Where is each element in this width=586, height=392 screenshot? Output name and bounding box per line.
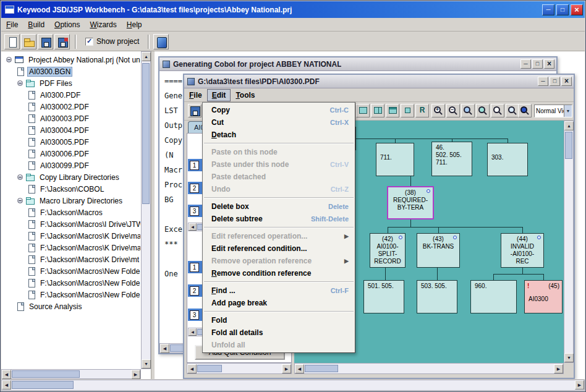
- scroll-left-button[interactable]: [187, 364, 197, 373]
- box-split-icon[interactable]: [371, 104, 384, 117]
- edit-menu-item[interactable]: Delete subtreeShift-Delete: [203, 213, 355, 225]
- scrollbar-thumb[interactable]: [12, 370, 80, 378]
- tree-item[interactable]: Source Analysis: [1, 300, 140, 312]
- diagram-box[interactable]: (43)BK-TRANS: [417, 233, 460, 268]
- scroll-right-button[interactable]: [575, 380, 584, 390]
- scrollbar-thumb[interactable]: [197, 365, 222, 372]
- diagram-box[interactable]: (38)REQUIRED-BY-TERA: [387, 186, 434, 219]
- tree-item[interactable]: F:\Jackson\Macros\K Drive\ma: [1, 242, 140, 254]
- close-button[interactable]: [571, 4, 583, 15]
- box-small-icon[interactable]: [401, 104, 414, 117]
- menubar-item-wizards[interactable]: Wizards: [85, 19, 121, 31]
- tree-horizontal-scrollbar[interactable]: [1, 369, 141, 379]
- maximize-button[interactable]: [550, 77, 560, 86]
- scroll-right-button[interactable]: [554, 364, 563, 373]
- save-icon[interactable]: [38, 34, 53, 49]
- edit-menu-item[interactable]: Find ...Ctrl-F: [203, 284, 355, 297]
- minimize-button[interactable]: [520, 59, 531, 69]
- diagram-box[interactable]: 711.: [376, 143, 414, 176]
- scrollbar-thumb[interactable]: [305, 365, 338, 372]
- zoom-select-icon[interactable]: [518, 104, 532, 117]
- tree-item[interactable]: F:\Jackson\Macros\K Drive\ma: [1, 230, 140, 242]
- tree-expand-handle[interactable]: [6, 57, 12, 62]
- pdf-window-titlebar[interactable]: G:\data3\test files\PDF\AI0300.PDF: [184, 75, 574, 88]
- dropdown-arrow-icon[interactable]: [564, 105, 572, 117]
- edit-menu-item[interactable]: Remove condition reference: [203, 267, 355, 279]
- edit-menu-item[interactable]: CutCtrl-X: [203, 116, 355, 129]
- zoom-in-icon[interactable]: [431, 104, 445, 117]
- tree-item[interactable]: F:\Jackson\COBOL: [1, 183, 140, 195]
- tree-item[interactable]: AI030099.PDF: [1, 160, 140, 171]
- view-mode-select[interactable]: Normal View: [534, 104, 572, 117]
- scroll-up-button[interactable]: [564, 121, 574, 130]
- pdf-menu-file[interactable]: File: [184, 89, 207, 101]
- scroll-right-button[interactable]: [131, 370, 140, 379]
- scroll-left-button[interactable]: [189, 328, 197, 336]
- tree-item[interactable]: AI0300.BGN: [1, 66, 140, 77]
- menubar-item-options[interactable]: Options: [49, 19, 85, 31]
- edit-menu-item[interactable]: Fold all details: [203, 326, 355, 339]
- zoom-100-icon[interactable]: [491, 104, 504, 117]
- scroll-right-button[interactable]: [282, 364, 291, 373]
- scroll-down-button[interactable]: [142, 359, 151, 369]
- tree-item[interactable]: AI030002.PDF: [1, 101, 140, 113]
- canvas-vertical-scrollbar[interactable]: [564, 121, 574, 363]
- tree-item[interactable]: AI030003.PDF: [1, 113, 140, 124]
- scroll-left-button[interactable]: [295, 364, 304, 373]
- maximize-button[interactable]: [556, 4, 569, 15]
- scrollbar-thumb[interactable]: [142, 63, 150, 204]
- pdf-menu-tools[interactable]: Tools: [231, 89, 260, 101]
- edit-menu-item[interactable]: CopyCtrl-C: [203, 104, 355, 116]
- tree-item[interactable]: PDF Files: [1, 77, 140, 89]
- diagram-box[interactable]: 503. 505.: [417, 280, 457, 313]
- diagram-box[interactable]: 303.: [487, 143, 528, 176]
- scroll-left-button[interactable]: [2, 370, 11, 379]
- tree-item[interactable]: F:\Jackson\Macros\New Folde: [1, 265, 140, 277]
- diagram-box[interactable]: 960.: [470, 280, 517, 313]
- maximize-button[interactable]: [532, 59, 543, 69]
- minimize-button[interactable]: [538, 77, 548, 86]
- tree-expand-handle[interactable]: [17, 198, 23, 203]
- zoom-width-icon[interactable]: [506, 104, 519, 117]
- save-as-icon[interactable]: [54, 34, 70, 49]
- tree-item[interactable]: Copy Library Directories: [1, 171, 140, 183]
- scroll-down-button[interactable]: [564, 353, 574, 362]
- tree-item[interactable]: F:\Jackson\Macros\I Drive\JTW: [1, 218, 140, 230]
- menubar-item-build[interactable]: Build: [23, 19, 49, 31]
- new-document-icon[interactable]: [4, 34, 20, 49]
- diagram-box[interactable]: (42)AI0100-SPLIT-RECORD: [370, 233, 406, 268]
- tree-expand-handle[interactable]: [17, 80, 23, 86]
- scroll-left-button[interactable]: [189, 223, 197, 231]
- minimize-button[interactable]: [542, 4, 554, 15]
- r-view-button[interactable]: R: [415, 104, 429, 117]
- diagram-box[interactable]: !(45)AI0300: [524, 280, 563, 313]
- tree-item[interactable]: AI030006.PDF: [1, 148, 140, 160]
- zoom-fit-icon[interactable]: [476, 104, 490, 117]
- tree-item[interactable]: Macro Library Directories: [1, 195, 140, 207]
- scroll-up-button[interactable]: [142, 52, 151, 61]
- app-horizontal-scrollbar[interactable]: [1, 380, 585, 391]
- edit-menu-item[interactable]: Delete boxDelete: [203, 200, 355, 213]
- tree-expand-handle[interactable]: [17, 174, 23, 180]
- diagram-box[interactable]: (44)INVALID-AI0100-REC: [501, 233, 544, 268]
- close-button[interactable]: [544, 59, 554, 69]
- tree-item[interactable]: F:\Jackson\Macros\New Folde: [1, 277, 140, 289]
- book-icon[interactable]: [153, 34, 169, 49]
- zoom-region-icon[interactable]: [461, 104, 475, 117]
- scrollbar-thumb[interactable]: [12, 381, 74, 389]
- box-topbar-icon[interactable]: [386, 104, 399, 117]
- menubar-item-help[interactable]: Help: [122, 19, 147, 31]
- cobol-window-titlebar[interactable]: Generating Cobol for project ABBEY NATIO…: [159, 58, 556, 71]
- scrollbar-thumb[interactable]: [565, 132, 572, 159]
- canvas-horizontal-scrollbar[interactable]: [294, 363, 564, 374]
- menubar-item-file[interactable]: File: [1, 19, 23, 31]
- box-plain-icon[interactable]: [356, 104, 370, 117]
- tree-item[interactable]: AI0300.PDF: [1, 89, 140, 101]
- tree-item[interactable]: F:\Jackson\Macros: [1, 207, 140, 218]
- zoom-out-icon[interactable]: [446, 104, 460, 117]
- tree-vertical-scrollbar[interactable]: [141, 51, 151, 369]
- scroll-left-button[interactable]: [2, 380, 11, 390]
- diagram-box[interactable]: 501. 505.: [363, 280, 404, 313]
- edit-menu-item[interactable]: Fold: [203, 314, 355, 326]
- window-titlebar[interactable]: Keywood JSD/JSP Workbench - G:\data3\tes…: [1, 1, 585, 18]
